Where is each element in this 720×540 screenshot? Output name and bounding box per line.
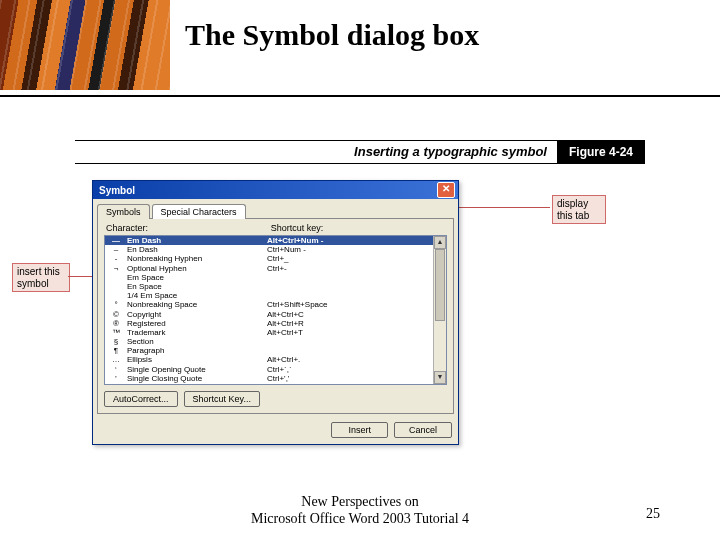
list-item-shortcut: Alt+Ctrl+T (267, 328, 446, 337)
list-item[interactable]: “Double Opening QuoteCtrl+`," (105, 383, 446, 385)
list-item-name: Single Closing Quote (127, 374, 267, 383)
list-item-shortcut (267, 282, 446, 291)
column-header-shortcut: Shortcut key: (269, 223, 447, 235)
list-item[interactable]: §Section (105, 337, 446, 346)
list-item[interactable]: -Nonbreaking HyphenCtrl+_ (105, 254, 446, 263)
list-item-name: Registered (127, 319, 267, 328)
list-item-symbol: ™ (105, 328, 127, 337)
list-item-shortcut: Alt+Ctrl+. (267, 355, 446, 364)
slide-title: The Symbol dialog box (185, 18, 479, 52)
callout-insert-this-symbol: insert this symbol (12, 263, 70, 292)
list-item-shortcut: Ctrl+`,` (267, 365, 446, 374)
list-item-shortcut: Ctrl+`," (267, 383, 446, 385)
list-item-name: 1/4 Em Space (127, 291, 267, 300)
list-item-shortcut: Ctrl+',' (267, 374, 446, 383)
list-item[interactable]: Em Space (105, 273, 446, 282)
list-item[interactable]: ©CopyrightAlt+Ctrl+C (105, 310, 446, 319)
character-listbox[interactable]: —Em DashAlt+Ctrl+Num -–En DashCtrl+Num -… (104, 235, 447, 385)
close-icon[interactable]: ✕ (437, 182, 455, 198)
list-item[interactable]: En Space (105, 282, 446, 291)
list-item-symbol: — (105, 236, 127, 245)
tab-special-characters[interactable]: Special Characters (152, 204, 246, 219)
list-item-name: Section (127, 337, 267, 346)
list-item[interactable]: ’Single Closing QuoteCtrl+',' (105, 374, 446, 383)
list-item-symbol: § (105, 337, 127, 346)
footer-line1: New Perspectives on (301, 494, 418, 509)
scrollbar-thumb[interactable] (435, 249, 445, 321)
list-item[interactable]: 1/4 Em Space (105, 291, 446, 300)
figure-caption-bar: Inserting a typographic symbol Figure 4-… (75, 140, 645, 164)
autocorrect-button[interactable]: AutoCorrect... (104, 391, 178, 407)
figure-tag: Figure 4-24 (557, 141, 645, 163)
list-item-name: Double Opening Quote (127, 383, 267, 385)
symbol-dialog: Symbol ✕ Symbols Special Characters Char… (92, 180, 459, 445)
list-item-name: Nonbreaking Space (127, 300, 267, 309)
list-item-symbol (105, 282, 127, 291)
listbox-scrollbar[interactable]: ▲ ▼ (433, 236, 446, 384)
list-item-symbol (105, 291, 127, 300)
tab-special-label: Special Characters (161, 207, 237, 217)
list-item[interactable]: ‘Single Opening QuoteCtrl+`,` (105, 365, 446, 374)
list-item-symbol: … (105, 355, 127, 364)
figure-caption: Inserting a typographic symbol (75, 141, 557, 163)
list-item-name: Em Space (127, 273, 267, 282)
list-item-shortcut: Alt+Ctrl+Num - (267, 236, 446, 245)
slide-footer: New Perspectives on Microsoft Office Wor… (0, 494, 720, 528)
list-item-shortcut: Alt+Ctrl+C (267, 310, 446, 319)
shortcut-key-button[interactable]: Shortcut Key... (184, 391, 260, 407)
footer-line2: Microsoft Office Word 2003 Tutorial 4 (251, 511, 469, 526)
list-item[interactable]: ¶Paragraph (105, 346, 446, 355)
list-item-symbol: ® (105, 319, 127, 328)
list-item-shortcut: Ctrl+- (267, 264, 446, 273)
dialog-tabs: Symbols Special Characters (93, 199, 458, 218)
list-item-name: En Dash (127, 245, 267, 254)
list-item-shortcut (267, 337, 446, 346)
title-divider (0, 95, 720, 97)
insert-button[interactable]: Insert (331, 422, 388, 438)
list-item-shortcut (267, 291, 446, 300)
list-item-symbol: ° (105, 300, 127, 309)
list-item-symbol: ‘ (105, 365, 127, 374)
list-item-shortcut: Ctrl+_ (267, 254, 446, 263)
list-item-name: Em Dash (127, 236, 267, 245)
scrollbar-down-icon[interactable]: ▼ (434, 371, 446, 384)
list-item[interactable]: –En DashCtrl+Num - (105, 245, 446, 254)
list-item[interactable]: ¬Optional HyphenCtrl+- (105, 264, 446, 273)
tab-symbols[interactable]: Symbols (97, 204, 150, 219)
list-item-name: Trademark (127, 328, 267, 337)
dialog-body: Character: Shortcut key: —Em DashAlt+Ctr… (97, 218, 454, 414)
list-item-name: En Space (127, 282, 267, 291)
dialog-titlebar[interactable]: Symbol ✕ (93, 181, 458, 199)
list-item-name: Nonbreaking Hyphen (127, 254, 267, 263)
list-item[interactable]: ®RegisteredAlt+Ctrl+R (105, 319, 446, 328)
list-item-symbol: ¶ (105, 346, 127, 355)
list-item-name: Optional Hyphen (127, 264, 267, 273)
list-item-name: Paragraph (127, 346, 267, 355)
cancel-button[interactable]: Cancel (394, 422, 452, 438)
list-item-shortcut: Ctrl+Num - (267, 245, 446, 254)
dialog-title: Symbol (99, 185, 437, 196)
list-item-shortcut: Alt+Ctrl+R (267, 319, 446, 328)
list-item-symbol: – (105, 245, 127, 254)
list-item-name: Ellipsis (127, 355, 267, 364)
list-item-shortcut (267, 346, 446, 355)
callout-display-this-tab: display this tab (552, 195, 606, 224)
list-item[interactable]: °Nonbreaking SpaceCtrl+Shift+Space (105, 300, 446, 309)
decorative-header-image (0, 0, 170, 90)
list-item-shortcut (267, 273, 446, 282)
list-item-shortcut: Ctrl+Shift+Space (267, 300, 446, 309)
list-item[interactable]: ™TrademarkAlt+Ctrl+T (105, 328, 446, 337)
list-item-symbol: © (105, 310, 127, 319)
page-number: 25 (646, 506, 660, 522)
list-item[interactable]: —Em DashAlt+Ctrl+Num - (105, 236, 446, 245)
list-item-symbol (105, 273, 127, 282)
list-item-symbol: “ (105, 383, 127, 385)
list-item[interactable]: …EllipsisAlt+Ctrl+. (105, 355, 446, 364)
column-header-character: Character: (104, 223, 269, 235)
list-item-name: Single Opening Quote (127, 365, 267, 374)
list-item-name: Copyright (127, 310, 267, 319)
scrollbar-up-icon[interactable]: ▲ (434, 236, 446, 249)
list-item-symbol: - (105, 254, 127, 263)
list-item-symbol: ¬ (105, 264, 127, 273)
tab-symbols-label: Symbols (106, 207, 141, 217)
